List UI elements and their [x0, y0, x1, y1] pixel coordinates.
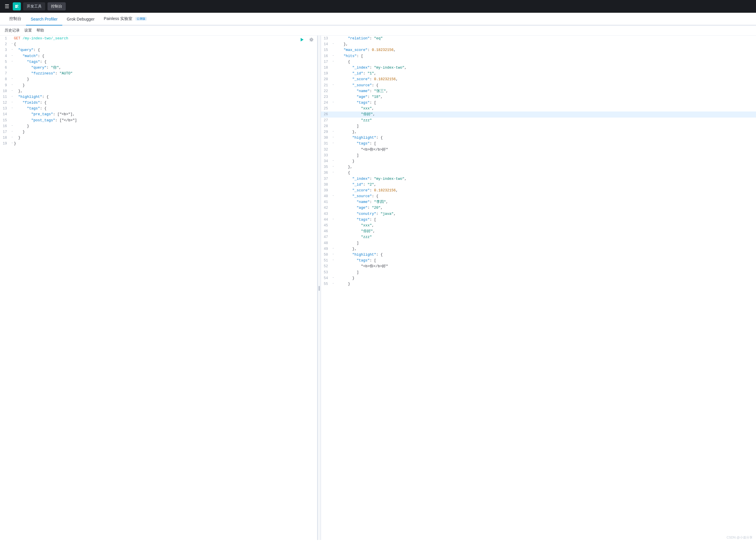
line-number: 10 — [0, 88, 10, 94]
fold-icon[interactable]: - — [331, 41, 335, 46]
code-line: 18 "_index": "my-index-two", — [321, 65, 756, 71]
fold-icon[interactable]: - — [10, 59, 14, 64]
line-content: ] — [335, 123, 754, 129]
code-line: 20 "_score": 0.18232156, — [321, 76, 756, 82]
fold-icon[interactable]: - — [331, 135, 335, 140]
fold-icon[interactable]: - — [331, 100, 335, 105]
code-line: 43 "conutry": "java", — [321, 211, 756, 217]
fold-icon[interactable]: - — [10, 123, 14, 128]
divider-handle[interactable]: ‖ — [317, 36, 321, 540]
tab-painless-lab[interactable]: Painless 实验室 公测版 — [99, 13, 151, 25]
fold-icon[interactable]: - — [10, 129, 14, 134]
line-content: "zzz" — [335, 234, 754, 240]
code-line: 19-} — [0, 141, 317, 147]
line-number: 49 — [321, 246, 331, 252]
tab-console[interactable]: 控制台 — [5, 13, 26, 25]
line-content: { — [335, 59, 754, 65]
fold-icon[interactable]: - — [331, 129, 335, 134]
code-line: 48 ] — [321, 240, 756, 246]
line-content: "tags": { — [14, 59, 315, 65]
code-editor[interactable]: 1GET /my-index-two/_search2-{3- "query":… — [0, 36, 317, 540]
code-line: 40- "_source": { — [321, 194, 756, 199]
fold-icon[interactable]: - — [331, 170, 335, 175]
history-link[interactable]: 历史记录 — [5, 28, 20, 33]
line-number: 29 — [321, 129, 331, 135]
code-line: 53 ] — [321, 270, 756, 275]
fold-icon[interactable]: - — [10, 100, 14, 105]
line-number: 2 — [0, 41, 10, 47]
run-icon[interactable] — [299, 36, 306, 43]
line-content: ] — [335, 240, 754, 246]
line-number: 55 — [321, 281, 331, 287]
code-line: 17- } — [0, 129, 317, 135]
line-number: 18 — [0, 135, 10, 141]
code-line: 16- "hits": [ — [321, 53, 756, 59]
fold-icon[interactable]: - — [331, 217, 335, 222]
line-number: 12 — [0, 100, 10, 106]
code-line: 32 "<b>你</b>好" — [321, 147, 756, 153]
code-line: 10- }, — [0, 88, 317, 94]
fold-icon[interactable]: - — [10, 47, 14, 52]
fold-icon[interactable]: - — [331, 194, 335, 198]
code-line: 24- "tags": [ — [321, 100, 756, 106]
settings-link[interactable]: 设置 — [24, 28, 32, 33]
line-number: 33 — [321, 153, 331, 158]
line-content: }, — [335, 41, 754, 47]
code-line: 4- "match": { — [0, 53, 317, 59]
line-content: } — [335, 158, 754, 164]
line-content: "_score": 0.18232156, — [335, 188, 754, 194]
fold-icon[interactable]: - — [331, 164, 335, 169]
fold-icon[interactable]: - — [331, 252, 335, 257]
line-number: 32 — [321, 147, 331, 153]
console-button[interactable]: 控制台 — [48, 2, 66, 10]
code-line: 55- } — [321, 281, 756, 287]
line-number: 34 — [321, 158, 331, 164]
fold-icon[interactable]: - — [10, 135, 14, 140]
devtools-button[interactable]: 开发工具 — [23, 2, 45, 10]
line-content: ] — [335, 270, 754, 275]
tab-grok-debugger[interactable]: Grok Debugger — [62, 13, 99, 25]
code-line: 13 "relation": "eq" — [321, 36, 756, 41]
fold-icon[interactable]: - — [10, 141, 14, 145]
line-content: "query": "你", — [14, 65, 315, 71]
line-content: "hits": [ — [335, 53, 754, 59]
line-number: 25 — [321, 106, 331, 112]
line-content: } — [14, 123, 315, 129]
top-bar: ☰ 默 开发工具 控制台 — [0, 0, 756, 13]
fold-icon[interactable]: - — [10, 106, 14, 110]
line-number: 19 — [321, 71, 331, 76]
code-line: 28 ] — [321, 123, 756, 129]
line-content: "你好", — [335, 229, 754, 234]
tab-search-profiler[interactable]: Search Profiler — [26, 13, 62, 25]
code-line: 16- } — [0, 123, 317, 129]
line-content: "relation": "eq" — [335, 36, 754, 41]
menu-icon[interactable]: ☰ — [3, 2, 10, 11]
line-number: 42 — [321, 205, 331, 211]
line-number: 15 — [321, 47, 331, 53]
fold-icon[interactable]: - — [10, 94, 14, 99]
line-number: 53 — [321, 270, 331, 275]
line-number: 9 — [0, 83, 10, 88]
fold-icon[interactable]: - — [10, 53, 14, 58]
fold-icon[interactable]: - — [331, 258, 335, 262]
line-number: 21 — [321, 83, 331, 88]
line-number: 1 — [0, 36, 10, 41]
fold-icon[interactable]: - — [331, 246, 335, 251]
code-line: 15 "max_score": 0.18232156, — [321, 47, 756, 53]
fold-icon[interactable]: - — [331, 59, 335, 64]
code-line: 38 "_id": "2", — [321, 182, 756, 188]
fold-icon[interactable]: - — [331, 158, 335, 163]
help-link[interactable]: 帮助 — [36, 28, 44, 33]
fold-icon[interactable]: - — [10, 88, 14, 93]
fold-icon[interactable]: - — [331, 281, 335, 286]
fold-icon[interactable]: - — [10, 41, 14, 46]
fold-icon[interactable]: - — [331, 83, 335, 87]
fold-icon[interactable]: - — [331, 275, 335, 280]
fold-icon[interactable]: - — [331, 53, 335, 58]
line-number: 23 — [321, 94, 331, 100]
fold-icon[interactable]: - — [10, 76, 14, 81]
fold-icon[interactable]: - — [331, 141, 335, 145]
settings-icon[interactable] — [308, 36, 315, 43]
line-content: "_index": "my-index-two", — [335, 176, 754, 182]
fold-icon[interactable]: - — [10, 83, 14, 87]
